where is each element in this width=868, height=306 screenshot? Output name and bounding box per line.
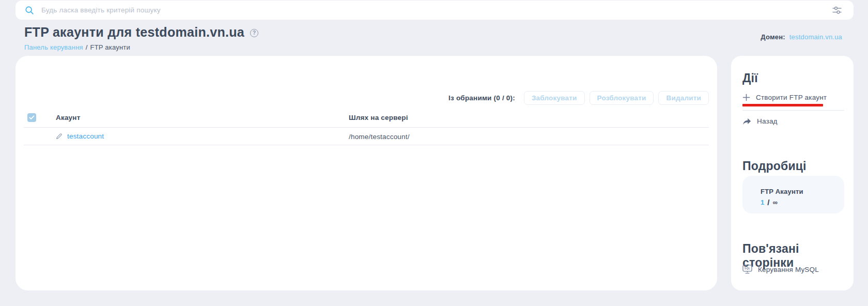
create-ftp-account-label: Створити FTP акаунт [756,94,827,101]
column-header-account: Акаунт [56,114,81,121]
unblock-button[interactable]: Розблокувати [590,91,654,105]
forward-arrow-icon [742,118,751,125]
sliders-icon [832,6,842,15]
mysql-link-label: Керування MySQL [758,266,819,273]
actions-title: Дії [742,71,758,85]
mysql-icon: SQL [742,265,752,274]
breadcrumb-link-control-panel[interactable]: Панель керування [24,43,83,51]
bulk-selected-label: Із обраними (0 / 0): [448,94,515,102]
usage-limit: ∞ [772,198,777,206]
pencil-icon [56,133,63,140]
table-row: testaccount /home/testaccount/ [24,128,709,145]
filter-button[interactable] [830,4,844,17]
page-title: FTP акаунти для testdomain.vn.ua [24,25,244,40]
back-action[interactable]: Назад [742,117,778,125]
ftp-accounts-usage-card: FTP Акаунти 1 / ∞ [742,176,844,213]
block-button[interactable]: Заблокувати [524,91,585,105]
account-link[interactable]: testaccount [67,132,104,140]
bulk-actions: Із обраними (0 / 0): Заблокувати Розблок… [448,91,709,105]
breadcrumb-current: FTP акаунти [90,43,130,51]
back-label: Назад [757,117,778,125]
breadcrumb-separator: / [86,43,88,51]
plus-icon [742,94,750,101]
usage-card-label: FTP Акаунти [761,188,844,195]
actions-divider [742,110,844,111]
highlight-underline-annotation [742,104,823,106]
table-header-row: Акаунт Шлях на сервері [24,108,709,128]
search-input[interactable] [41,6,830,14]
domain-link[interactable]: testdomain.vn.ua [789,33,842,41]
usage-counts: 1 / ∞ [761,198,844,207]
column-header-path: Шлях на сервері [349,114,408,121]
mysql-management-link[interactable]: SQL Керування MySQL [742,265,819,274]
check-icon [29,115,35,120]
delete-button[interactable]: Видалити [658,91,709,105]
breadcrumb: Панель керування / FTP акаунти [24,43,130,51]
help-icon[interactable]: ? [250,29,258,37]
search-icon [25,6,34,15]
edit-account-button[interactable] [56,133,63,140]
usage-used: 1 [761,198,764,206]
sidebar: Дії Створити FTP акаунт Назад Подробиці … [731,56,854,290]
search-bar [16,1,854,20]
account-path: /home/testaccount/ [349,133,410,141]
domain-label: Домен: [761,33,785,41]
details-title: Подробиці [742,159,807,173]
select-all-checkbox[interactable] [27,113,36,122]
svg-text:SQL: SQL [745,267,751,270]
ftp-accounts-table: Акаунт Шлях на сервері testaccount /home… [24,108,709,145]
create-ftp-account-action[interactable]: Створити FTP акаунт [742,94,827,101]
page-header: FTP акаунти для testdomain.vn.ua ? [24,25,258,40]
ftp-accounts-card: Із обраними (0 / 0): Заблокувати Розблок… [16,56,717,290]
usage-separator: / [767,198,769,207]
domain-indicator: Домен: testdomain.vn.ua [761,33,842,41]
